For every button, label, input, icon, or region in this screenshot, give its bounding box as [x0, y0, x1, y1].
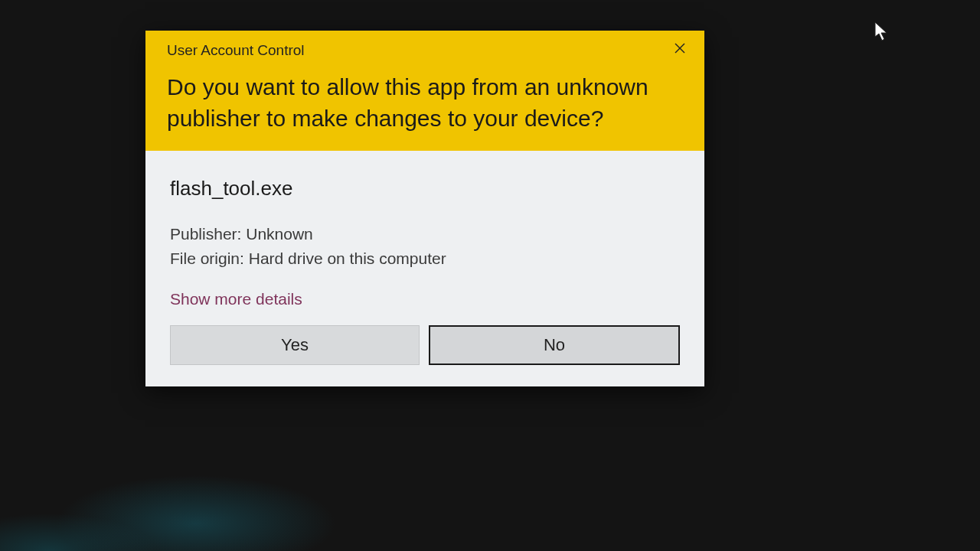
publisher-value: Unknown	[246, 225, 313, 243]
uac-dialog: User Account Control Do you want to allo…	[145, 31, 704, 386]
dialog-title: User Account Control	[167, 42, 305, 59]
app-name: flash_tool.exe	[170, 177, 680, 201]
dialog-header: User Account Control Do you want to allo…	[145, 31, 704, 151]
origin-value: Hard drive on this computer	[249, 249, 446, 267]
dialog-heading: Do you want to allow this app from an un…	[167, 72, 683, 134]
close-icon	[674, 39, 686, 59]
publisher-line: Publisher: Unknown	[170, 222, 680, 246]
origin-label: File origin:	[170, 249, 244, 267]
dialog-body: flash_tool.exe Publisher: Unknown File o…	[145, 151, 704, 386]
publisher-label: Publisher:	[170, 225, 241, 243]
no-button[interactable]: No	[429, 325, 680, 365]
origin-line: File origin: Hard drive on this computer	[170, 246, 680, 271]
button-row: Yes No	[170, 325, 680, 365]
show-more-details-link[interactable]: Show more details	[170, 290, 302, 308]
yes-button[interactable]: Yes	[170, 325, 420, 365]
close-button[interactable]	[665, 37, 695, 61]
